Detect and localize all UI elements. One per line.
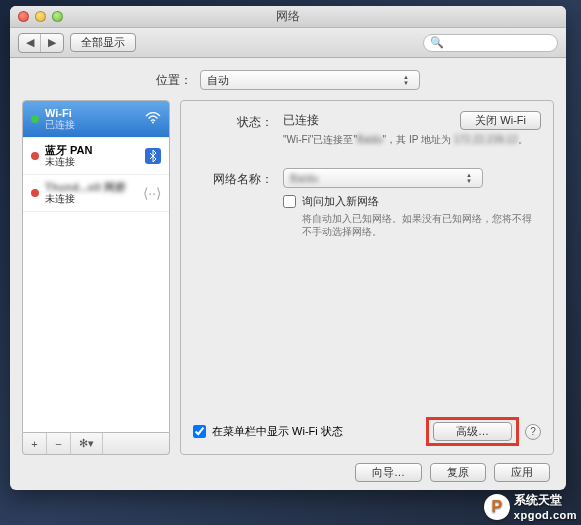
location-value: 自动	[207, 73, 229, 88]
sidebar-item-label: Thund...olt 网桥	[45, 181, 126, 193]
location-popup[interactable]: 自动	[200, 70, 420, 90]
chevron-updown-icon	[399, 74, 413, 86]
menubar-status-checkbox[interactable]	[193, 425, 206, 438]
network-name-label: 网络名称：	[193, 168, 273, 188]
watermark: P 系统天堂 xpgod.com	[484, 492, 577, 521]
forward-button[interactable]: ▶	[41, 34, 63, 52]
gear-menu-button[interactable]: ✻▾	[71, 433, 103, 454]
sidebar-item-status: 未连接	[45, 156, 92, 168]
ask-join-checkbox[interactable]	[283, 195, 296, 208]
bluetooth-icon	[145, 148, 161, 164]
content: 位置： 自动 Wi-Fi 已连接	[10, 58, 566, 490]
bottom-bar: 向导… 复原 应用	[22, 455, 554, 484]
status-dot-icon	[31, 152, 39, 160]
search-icon: 🔍	[430, 36, 444, 49]
sidebar-item-label: Wi-Fi	[45, 107, 75, 119]
remove-connection-button[interactable]: −	[47, 433, 71, 454]
apply-button[interactable]: 应用	[494, 463, 550, 482]
panes: Wi-Fi 已连接 蓝牙 PAN 未连接	[22, 100, 554, 455]
status-value: 已连接	[283, 112, 319, 129]
sidebar-item-wifi[interactable]: Wi-Fi 已连接	[23, 101, 169, 138]
search-input[interactable]: 🔍	[423, 34, 558, 52]
assist-button[interactable]: 向导…	[355, 463, 422, 482]
window-title: 网络	[10, 8, 566, 25]
ask-join-hint: 将自动加入已知网络。如果没有已知网络，您将不得不手动选择网络。	[302, 212, 541, 238]
advanced-button[interactable]: 高级…	[433, 422, 512, 441]
detail-pane: 状态： 已连接 关闭 Wi-Fi "Wi-Fi"已连接至"Baidu"，其 IP…	[180, 100, 554, 455]
help-button[interactable]: ?	[525, 424, 541, 440]
sidebar-item-label: 蓝牙 PAN	[45, 144, 92, 156]
location-label: 位置：	[156, 72, 192, 89]
wifi-icon	[145, 111, 161, 127]
toolbar: ◀ ▶ 全部显示 🔍	[10, 28, 566, 58]
network-name-popup[interactable]: Baidu	[283, 168, 483, 188]
sidebar-footer: + − ✻▾	[22, 433, 170, 455]
sidebar-item-status: 未连接	[45, 193, 126, 205]
watermark-logo-icon: P	[484, 494, 510, 520]
status-dot-icon	[31, 115, 39, 123]
annotation-highlight: 高级…	[426, 417, 519, 446]
ask-join-row: 询问加入新网络 将自动加入已知网络。如果没有已知网络，您将不得不手动选择网络。	[283, 194, 541, 238]
ask-join-label: 询问加入新网络	[302, 194, 541, 209]
watermark-text-cn: 系统天堂	[514, 492, 577, 509]
status-dot-icon	[31, 189, 39, 197]
thunderbolt-icon: ⟨··⟩	[143, 185, 161, 201]
menubar-status-row: 在菜单栏中显示 Wi-Fi 状态	[193, 424, 343, 439]
status-row: 状态： 已连接 关闭 Wi-Fi "Wi-Fi"已连接至"Baidu"，其 IP…	[193, 111, 541, 146]
nav-buttons: ◀ ▶	[18, 33, 64, 53]
sidebar-item-thunderbolt-bridge[interactable]: Thund...olt 网桥 未连接 ⟨··⟩	[23, 175, 169, 212]
network-prefs-window: 网络 ◀ ▶ 全部显示 🔍 位置： 自动	[10, 6, 566, 490]
chevron-updown-icon	[462, 172, 476, 184]
svg-point-0	[152, 122, 154, 124]
status-detail-text: "Wi-Fi"已连接至"Baidu"，其 IP 地址为 172.22.239.1…	[283, 133, 541, 146]
show-all-button[interactable]: 全部显示	[70, 33, 136, 52]
location-row: 位置： 自动	[22, 70, 554, 90]
network-name-value: Baidu	[290, 172, 318, 184]
detail-footer: 在菜单栏中显示 Wi-Fi 状态 高级… ?	[193, 417, 541, 446]
network-name-row: 网络名称： Baidu 询问加入新网络 将自动加入已知网络。如果没有已知网络，您…	[193, 168, 541, 238]
back-button[interactable]: ◀	[19, 34, 41, 52]
sidebar: Wi-Fi 已连接 蓝牙 PAN 未连接	[22, 100, 170, 455]
titlebar: 网络	[10, 6, 566, 28]
sidebar-item-status: 已连接	[45, 119, 75, 131]
sidebar-item-bluetooth-pan[interactable]: 蓝牙 PAN 未连接	[23, 138, 169, 175]
add-connection-button[interactable]: +	[23, 433, 47, 454]
connection-list: Wi-Fi 已连接 蓝牙 PAN 未连接	[22, 100, 170, 433]
watermark-text-en: xpgod.com	[514, 509, 577, 521]
turn-off-wifi-button[interactable]: 关闭 Wi-Fi	[460, 111, 541, 130]
menubar-status-label: 在菜单栏中显示 Wi-Fi 状态	[212, 424, 343, 439]
status-label: 状态：	[193, 111, 273, 131]
revert-button[interactable]: 复原	[430, 463, 486, 482]
